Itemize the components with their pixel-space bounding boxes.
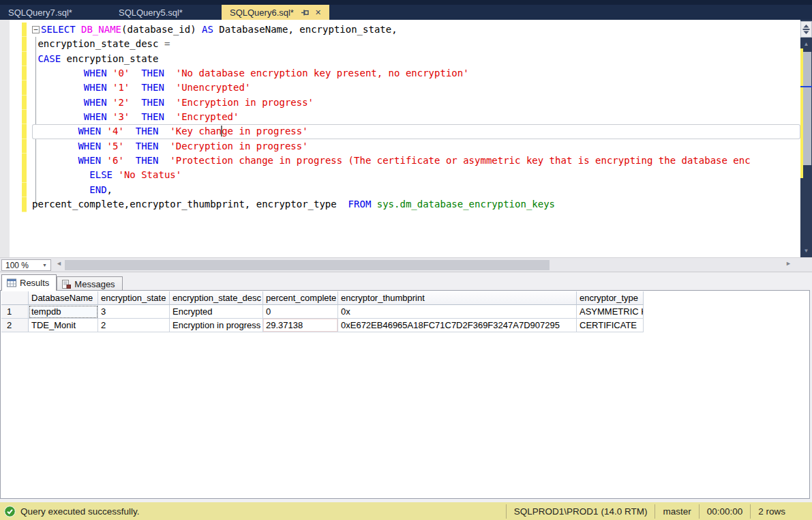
status-info-area: SQLPROD1\PROD1 (14.0 RTM) master 00:00:0…	[506, 504, 812, 519]
code-token: SELECT	[41, 24, 76, 35]
grid-row-number[interactable]: 2	[1, 319, 29, 332]
code-line[interactable]: CASE encryption_state	[32, 52, 800, 66]
code-token: AS	[202, 24, 213, 35]
scroll-up-icon[interactable]: ▲	[800, 41, 812, 47]
code-token: '5'	[107, 141, 124, 151]
horizontal-scrollbar-thumb[interactable]	[65, 260, 550, 270]
code-token	[101, 155, 106, 166]
code-token	[164, 111, 176, 122]
chevron-down-icon: ▼	[42, 263, 47, 268]
results-grid-panel: DatabaseNameencryption_stateencryption_s…	[0, 290, 810, 499]
status-row-count: 2 rows	[750, 504, 793, 519]
code-token	[158, 141, 170, 151]
code-token: WHEN	[78, 141, 101, 151]
grid-column-header[interactable]: encryption_state	[98, 291, 170, 305]
code-token	[107, 68, 112, 78]
success-check-icon	[4, 506, 16, 517]
grid-cell[interactable]: TDE_Monit	[29, 319, 98, 332]
grid-cell[interactable]: tempdb	[29, 305, 98, 319]
grid-cell[interactable]: 0	[263, 305, 338, 319]
code-token: =	[164, 38, 170, 49]
status-bar: Query executed successfully. SQLPROD1\PR…	[0, 502, 812, 520]
code-token: THEN	[136, 141, 159, 151]
code-token: 'Encryption in progress'	[176, 97, 314, 108]
code-token: 'Key chan	[170, 126, 222, 136]
tab-sqlquery5[interactable]: SQLQuery5.sql*	[110, 5, 222, 20]
code-line[interactable]: ELSE 'No Status'	[32, 168, 800, 182]
grid-column-header[interactable]: encryption_state_desc	[170, 291, 263, 305]
tab-results[interactable]: Results	[1, 274, 57, 291]
sql-editor[interactable]: −SELECT DB_NAME(database_id) AS Database…	[0, 20, 812, 257]
code-line[interactable]: END,	[32, 183, 800, 197]
code-token: THEN	[141, 97, 164, 108]
code-token: (database_id)	[121, 24, 202, 35]
grid-cell[interactable]: 0x	[338, 305, 577, 319]
vertical-scrollbar-thumb[interactable]	[803, 52, 811, 165]
grid-cell[interactable]: 29.37138	[263, 319, 338, 332]
code-token	[164, 97, 176, 108]
grid-column-header[interactable]: DatabaseName	[29, 291, 98, 305]
grid-row-number[interactable]: 1	[1, 305, 29, 319]
code-token: encryption_state_desc	[32, 38, 164, 49]
code-token: DatabaseName, encryption_state,	[213, 24, 397, 35]
pin-icon[interactable]	[301, 8, 310, 17]
results-grid[interactable]: DatabaseNameencryption_stateencryption_s…	[1, 291, 644, 332]
status-database: master	[655, 504, 698, 519]
code-token: 'Protection change in progress (The cert…	[170, 155, 750, 166]
code-line[interactable]: WHEN '4' THEN 'Key change in progress'	[32, 124, 800, 139]
grid-column-header[interactable]: percent_complete	[263, 291, 338, 305]
code-token	[32, 111, 84, 122]
code-token	[130, 111, 141, 122]
code-token: WHEN	[84, 97, 107, 108]
grid-cell[interactable]: Encryption in progress	[170, 319, 263, 332]
results-tab-strip: Results Messages	[1, 274, 123, 291]
code-token	[164, 82, 176, 93]
grid-column-header[interactable]: encryptor_thumbprint	[338, 291, 577, 305]
code-token: '3'	[112, 111, 130, 122]
close-icon[interactable]: ✕	[315, 9, 321, 16]
grid-cell[interactable]: 0xE672EB46965A18FC71C7D2F369F3247A7D9072…	[338, 319, 577, 332]
zoom-dropdown[interactable]: 100 % ▼	[1, 259, 51, 271]
code-token: percent_complete,encryptor_thumbprint, e…	[32, 199, 348, 210]
code-line[interactable]: WHEN '0' THEN 'No database encryption ke…	[32, 66, 800, 81]
code-token: sys.dm_database_encryption_keys	[377, 199, 555, 210]
scroll-right-icon[interactable]: ►	[785, 260, 792, 267]
split-editor-handle[interactable]	[800, 21, 812, 38]
code-token: 'No Status'	[118, 169, 181, 180]
code-token: THEN	[136, 155, 159, 166]
scroll-left-icon[interactable]: ◄	[56, 260, 62, 267]
tab-sqlquery6-active[interactable]: SQLQuery6.sql* ✕	[222, 5, 329, 20]
grid-cell[interactable]: 2	[98, 319, 170, 332]
annotation-highlight-box	[263, 319, 338, 332]
code-line[interactable]: WHEN '5' THEN 'Decryption in progress'	[32, 139, 800, 154]
grid-cell[interactable]: CERTIFICATE	[577, 319, 644, 332]
code-token: THEN	[141, 82, 164, 93]
code-line[interactable]: WHEN '1' THEN 'Unencrypted'	[32, 81, 800, 95]
tab-sqlquery7[interactable]: SQLQuery7.sql*	[0, 5, 110, 20]
code-line[interactable]: percent_complete,encryptor_thumbprint, e…	[32, 197, 800, 212]
document-tab-bar: SQLQuery7.sql* SQLQuery5.sql* SQLQuery6.…	[0, 0, 812, 20]
code-token	[124, 141, 136, 151]
code-line[interactable]: −SELECT DB_NAME(database_id) AS Database…	[32, 23, 800, 37]
code-line[interactable]: WHEN '6' THEN 'Protection change in prog…	[32, 154, 800, 168]
editor-vertical-scrollbar[interactable]: ▲ ▼	[800, 20, 812, 257]
code-token: 'Decryption in progress'	[170, 141, 307, 151]
code-token: CASE	[37, 53, 61, 64]
status-duration: 00:00:00	[699, 504, 751, 519]
grid-cell[interactable]: ASYMMETRIC KEY	[577, 305, 644, 319]
code-token	[32, 169, 89, 180]
scroll-down-icon[interactable]: ▼	[800, 248, 812, 254]
grid-cell[interactable]: Encrypted	[170, 305, 263, 319]
code-token: 'No database encryption key present, no …	[176, 68, 469, 78]
fold-collapse-icon[interactable]: −	[32, 26, 40, 33]
code-token	[107, 97, 112, 108]
code-line[interactable]: encryption_state_desc =	[32, 37, 800, 51]
tab-messages[interactable]: Messages	[57, 276, 122, 291]
code-lines[interactable]: −SELECT DB_NAME(database_id) AS Database…	[32, 23, 800, 212]
grid-cell[interactable]: 3	[98, 305, 170, 319]
grid-header-row: DatabaseNameencryption_stateencryption_s…	[1, 291, 644, 305]
grid-column-header[interactable]: encryptor_type	[577, 291, 644, 305]
code-line[interactable]: WHEN '3' THEN 'Encrypted'	[32, 110, 800, 124]
changed-lines-marker	[22, 23, 27, 212]
code-line[interactable]: WHEN '2' THEN 'Encryption in progress'	[32, 96, 800, 110]
